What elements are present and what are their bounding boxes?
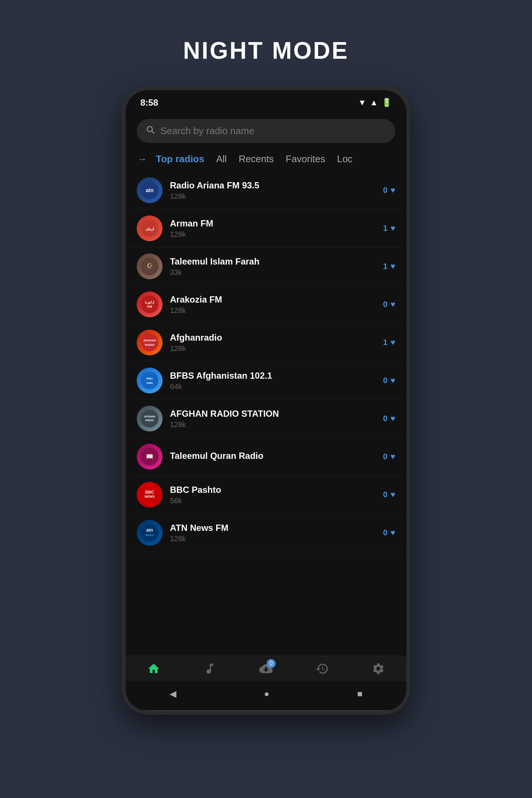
likes-count: 0 bbox=[383, 376, 388, 385]
download-badge: 0 bbox=[267, 659, 276, 668]
list-item[interactable]: ارکوزیا FM Arakozia FM 128k 0 ♥ bbox=[129, 286, 403, 324]
radio-likes[interactable]: 0 ♥ bbox=[383, 490, 395, 499]
svg-text:NEWS: NEWS bbox=[145, 533, 154, 537]
radio-bitrate: 128k bbox=[170, 192, 376, 201]
radio-info: AFGHAN RADIO STATION 128k bbox=[170, 409, 376, 429]
radio-name: Taleemul Islam Farah bbox=[170, 256, 376, 267]
bottom-nav: 0 bbox=[126, 656, 406, 681]
radio-likes[interactable]: 0 ♥ bbox=[383, 300, 395, 309]
radio-likes[interactable]: 0 ♥ bbox=[383, 414, 395, 423]
radio-logo: 📖 bbox=[137, 444, 163, 470]
radio-info: Taleemul Quran Radio bbox=[170, 451, 376, 463]
nav-history[interactable] bbox=[316, 662, 329, 675]
phone-frame: 8:58 ▼ ▲ 🔋 Search by radio name → Top ra… bbox=[122, 86, 410, 715]
radio-likes[interactable]: 1 ♥ bbox=[383, 338, 395, 347]
radio-likes[interactable]: 1 ♥ bbox=[383, 262, 395, 271]
radio-logo: atn NEWS bbox=[137, 520, 163, 546]
tab-recents[interactable]: Recents bbox=[233, 150, 280, 168]
recent-button[interactable]: ■ bbox=[357, 689, 363, 699]
radio-info: BBC Pashto 56k bbox=[170, 485, 376, 505]
svg-text:AFGHAN: AFGHAN bbox=[143, 339, 156, 342]
radio-name: AFGHAN RADIO STATION bbox=[170, 409, 376, 419]
list-item[interactable]: 📖 Taleemul Quran Radio 0 ♥ bbox=[129, 438, 403, 476]
radio-info: Radio Ariana FM 93.5 128k bbox=[170, 180, 376, 201]
heart-icon: ♥ bbox=[391, 338, 395, 347]
svg-text:FM: FM bbox=[147, 305, 152, 308]
radio-info: BFBS Afghanistan 102.1 64k bbox=[170, 371, 376, 391]
radio-name: Afghanradio bbox=[170, 332, 376, 343]
radio-bitrate: 33k bbox=[170, 268, 376, 277]
tab-local[interactable]: Loc bbox=[331, 150, 358, 168]
likes-count: 1 bbox=[383, 262, 388, 271]
radio-logo: atn bbox=[137, 177, 163, 203]
radio-logo: AFGHAN RADIO bbox=[137, 406, 163, 432]
battery-icon: 🔋 bbox=[382, 98, 392, 108]
svg-text:radio: radio bbox=[146, 382, 153, 384]
list-item[interactable]: atn Radio Ariana FM 93.5 128k 0 ♥ bbox=[129, 171, 403, 209]
radio-name: BBC Pashto bbox=[170, 485, 376, 495]
list-item[interactable]: AFGHAN RADIO Afghanradio 128k 1 ♥ bbox=[129, 324, 403, 362]
page-title: NIGHT MODE bbox=[183, 37, 349, 64]
svg-line-1 bbox=[152, 131, 154, 133]
heart-icon: ♥ bbox=[391, 414, 395, 423]
radio-likes[interactable]: 0 ♥ bbox=[383, 452, 395, 461]
radio-likes[interactable]: 0 ♥ bbox=[383, 376, 395, 385]
svg-point-8 bbox=[141, 296, 158, 313]
likes-count: 0 bbox=[383, 452, 388, 461]
signal-icon: ▲ bbox=[370, 98, 378, 108]
wifi-icon: ▼ bbox=[358, 98, 366, 108]
svg-text:📖: 📖 bbox=[146, 453, 153, 460]
radio-bitrate: 64k bbox=[170, 382, 376, 391]
svg-point-11 bbox=[141, 334, 158, 351]
radio-likes[interactable]: 0 ♥ bbox=[383, 185, 395, 195]
svg-point-17 bbox=[141, 410, 158, 427]
radio-logo: bfbs radio bbox=[137, 368, 163, 393]
tab-top-radios[interactable]: Top radios bbox=[150, 150, 210, 168]
radio-likes[interactable]: 1 ♥ bbox=[383, 224, 395, 233]
search-placeholder: Search by radio name bbox=[160, 125, 254, 137]
radio-bitrate: 128k bbox=[170, 420, 376, 429]
heart-icon: ♥ bbox=[391, 528, 395, 538]
nav-download[interactable]: 0 bbox=[259, 662, 273, 675]
radio-name: Arman FM bbox=[170, 218, 376, 229]
list-item[interactable]: bfbs radio BFBS Afghanistan 102.1 64k 0 … bbox=[129, 362, 403, 400]
heart-icon: ♥ bbox=[391, 452, 395, 461]
tab-arrow-icon: → bbox=[137, 153, 147, 165]
likes-count: 0 bbox=[383, 185, 388, 195]
radio-info: Arman FM 128k bbox=[170, 218, 376, 239]
radio-name: BFBS Afghanistan 102.1 bbox=[170, 371, 376, 381]
heart-icon: ♥ bbox=[391, 490, 395, 499]
radio-likes[interactable]: 0 ♥ bbox=[383, 528, 395, 538]
list-item[interactable]: ارمان Arman FM 128k 1 ♥ bbox=[129, 209, 403, 248]
list-item[interactable]: AFGHAN RADIO AFGHAN RADIO STATION 128k 0… bbox=[129, 400, 403, 438]
svg-text:atn: atn bbox=[146, 187, 154, 193]
likes-count: 1 bbox=[383, 338, 388, 347]
list-item[interactable]: BBC NEWS BBC Pashto 56k 0 ♥ bbox=[129, 476, 403, 514]
list-item[interactable]: atn NEWS ATN News FM 128k 0 ♥ bbox=[129, 514, 403, 552]
tab-favorites[interactable]: Favorites bbox=[280, 150, 331, 168]
radio-bitrate: 128k bbox=[170, 306, 376, 315]
heart-icon: ♥ bbox=[391, 300, 395, 309]
android-nav: ◀ ● ■ bbox=[126, 681, 406, 710]
nav-music[interactable] bbox=[203, 662, 216, 675]
tab-all[interactable]: All bbox=[210, 150, 233, 168]
list-item[interactable]: ☪ Taleemul Islam Farah 33k 1 ♥ bbox=[129, 248, 403, 286]
heart-icon: ♥ bbox=[391, 262, 395, 271]
search-bar[interactable]: Search by radio name bbox=[137, 119, 395, 143]
svg-text:BBC: BBC bbox=[145, 490, 154, 494]
svg-point-14 bbox=[141, 372, 158, 389]
svg-text:AFGHAN: AFGHAN bbox=[144, 415, 155, 418]
likes-count: 0 bbox=[383, 490, 388, 499]
svg-text:atn: atn bbox=[146, 528, 153, 533]
heart-icon: ♥ bbox=[391, 185, 395, 195]
svg-text:☪: ☪ bbox=[147, 262, 153, 270]
radio-name: Arakozia FM bbox=[170, 294, 376, 305]
nav-settings[interactable] bbox=[372, 662, 385, 675]
nav-home[interactable] bbox=[147, 662, 160, 675]
likes-count: 0 bbox=[383, 528, 388, 538]
radio-bitrate: 56k bbox=[170, 497, 376, 505]
back-button[interactable]: ◀ bbox=[170, 689, 176, 699]
svg-text:ارمان: ارمان bbox=[146, 227, 154, 231]
home-button[interactable]: ● bbox=[264, 689, 269, 699]
radio-info: ATN News FM 128k bbox=[170, 523, 376, 543]
